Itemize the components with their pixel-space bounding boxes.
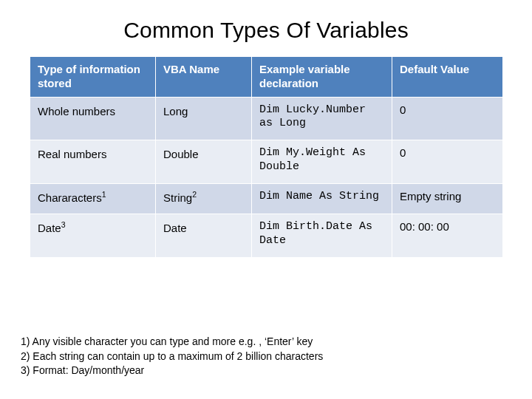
cell-default: Empty string [392,183,503,214]
col-type: Type of information stored [30,57,156,98]
cell-vba-text: Long [163,105,188,117]
cell-example: Dim Lucky.Number as Long [252,97,392,140]
cell-type: Chararacters1 [30,183,156,214]
cell-type-text: Date [38,222,61,234]
cell-default: 0 [392,140,503,184]
cell-type: Real numbers [30,140,156,184]
page-title: Common Types Of Variables [30,18,502,43]
col-example: Example variable declaration [252,57,392,98]
footnote-ref: 2 [192,190,197,199]
table-header-row: Type of information stored VBA Name Exam… [30,57,503,98]
footnote-2: 2) Each string can contain up to a maxim… [21,349,502,364]
cell-vba-text: String [163,191,192,204]
table-row: Chararacters1 String2 Dim Name As String… [30,183,503,214]
footnote-3: 3) Format: Day/month/year [21,364,502,378]
cell-vba: Date [156,214,252,258]
cell-default: 00: 00: 00 [392,214,503,258]
cell-type: Whole numbers [30,97,156,140]
cell-vba-text: Double [163,148,199,160]
cell-type-text: Whole numbers [38,105,115,117]
cell-type-text: Real numbers [38,148,106,160]
slide: Common Types Of Variables Type of inform… [0,0,532,399]
table-row: Real numbers Double Dim My.Weight As Dou… [30,140,503,184]
footnote-1: 1) Any visible character you can type an… [21,335,502,349]
cell-example: Dim My.Weight As Double [252,140,392,184]
footnotes: 1) Any visible character you can type an… [21,335,502,378]
cell-type-text: Chararacters [38,191,102,204]
cell-vba: Long [156,97,252,140]
table-row: Date3 Date Dim Birth.Date As Date 00: 00… [30,214,503,258]
footnote-ref: 3 [61,220,66,229]
footnote-ref: 1 [102,190,106,199]
variables-table: Type of information stored VBA Name Exam… [30,56,503,258]
cell-example: Dim Birth.Date As Date [252,214,392,258]
cell-vba: Double [156,140,252,184]
cell-vba-text: Date [163,222,187,234]
col-default: Default Value [392,57,503,98]
col-vba: VBA Name [156,57,252,98]
cell-vba: String2 [156,183,252,214]
table-row: Whole numbers Long Dim Lucky.Number as L… [30,97,503,140]
cell-example: Dim Name As String [252,183,392,214]
cell-type: Date3 [30,214,156,258]
cell-default: 0 [392,97,503,140]
